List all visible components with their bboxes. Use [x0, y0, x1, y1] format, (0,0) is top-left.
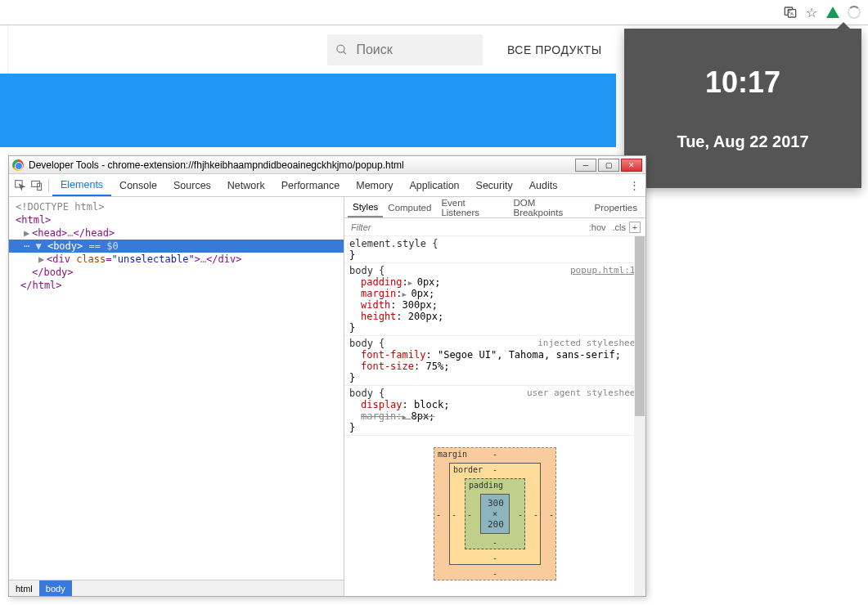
- scrollbar-thumb[interactable]: [635, 236, 645, 416]
- search-input[interactable]: [354, 42, 474, 58]
- tab-performance[interactable]: Performance: [273, 174, 349, 196]
- tab-security[interactable]: Security: [468, 174, 521, 196]
- popup-arrow: [837, 22, 850, 29]
- css-property[interactable]: font-family: "Segoe UI", Tahoma, sans-se…: [361, 349, 641, 361]
- drive-extension-icon[interactable]: [825, 5, 840, 20]
- tab-application[interactable]: Application: [401, 174, 467, 196]
- translate-icon[interactable]: 文A: [783, 5, 798, 20]
- search-box[interactable]: [327, 34, 483, 65]
- css-rule[interactable]: injected stylesheetbody {font-family: "S…: [344, 336, 645, 386]
- tab-audits[interactable]: Audits: [521, 174, 566, 196]
- box-model-content: 300 × 200: [480, 494, 510, 534]
- tab-memory[interactable]: Memory: [348, 174, 401, 196]
- clock-popup: 10:17 Tue, Aug 22 2017: [624, 29, 861, 188]
- rule-close: }: [349, 249, 641, 261]
- browser-toolbar: 文A ☆: [776, 0, 868, 25]
- device-toolbar-icon[interactable]: [29, 180, 45, 191]
- dom-div[interactable]: ▶<div class="unselectable">…</div>: [9, 253, 344, 266]
- svg-point-4: [337, 45, 344, 52]
- dom-html-open[interactable]: <html>: [9, 213, 344, 226]
- dom-html-close[interactable]: </html>: [9, 279, 344, 292]
- css-rule[interactable]: user agent stylesheetbody {display: bloc…: [344, 386, 645, 436]
- crumb-html[interactable]: html: [9, 580, 39, 596]
- scrollbar-track[interactable]: [634, 236, 645, 596]
- css-rule[interactable]: popup.html:19body {padding:▶ 0px;margin:…: [344, 263, 645, 336]
- tab-sources[interactable]: Sources: [165, 174, 219, 196]
- rule-meta: injected stylesheet: [537, 338, 641, 348]
- stab-dom-bp[interactable]: DOM Breakpoints: [508, 197, 589, 217]
- cls-toggle[interactable]: .cls: [613, 222, 627, 232]
- more-options-icon[interactable]: ⋮: [626, 179, 642, 191]
- source-link[interactable]: popup.html:19: [570, 265, 641, 276]
- css-property[interactable]: margin:▶ 0px;: [361, 288, 641, 299]
- css-property[interactable]: display: block;: [361, 399, 641, 410]
- rule-close: }: [349, 372, 641, 383]
- dom-head[interactable]: ▶<head>…</head>: [9, 226, 344, 240]
- css-property[interactable]: padding:▶ 0px;: [361, 276, 641, 288]
- svg-text:A: A: [790, 11, 794, 16]
- all-products-link[interactable]: ВСЕ ПРОДУКТЫ: [507, 43, 602, 56]
- css-property[interactable]: font-size: 75%;: [361, 361, 641, 372]
- stab-styles[interactable]: Styles: [348, 197, 383, 217]
- styles-filter-input[interactable]: [349, 222, 586, 233]
- clock-time: 10:17: [705, 65, 780, 100]
- dom-tree[interactable]: <!DOCTYPE html> <html> ▶<head>…</head> ⋯…: [9, 197, 344, 580]
- bookmark-star-icon[interactable]: ☆: [804, 5, 819, 20]
- css-property[interactable]: margin:▶ 8px;: [361, 410, 641, 422]
- tab-network[interactable]: Network: [219, 174, 273, 196]
- css-property[interactable]: width: 300px;: [361, 299, 641, 311]
- tab-console[interactable]: Console: [111, 174, 165, 196]
- svg-rect-7: [32, 181, 40, 186]
- rule-meta: user agent stylesheet: [527, 388, 641, 398]
- css-property[interactable]: height: 200px;: [361, 311, 641, 322]
- crumb-body[interactable]: body: [39, 580, 72, 596]
- extension-icon[interactable]: [847, 5, 861, 20]
- page-hero-banner: [0, 74, 616, 147]
- svg-line-5: [344, 51, 346, 53]
- css-rule[interactable]: element.style {}: [344, 236, 645, 263]
- box-model-diagram: margin----border----padding----300 × 200: [344, 436, 645, 592]
- styles-panel: Styles Computed Event Listeners DOM Brea…: [344, 197, 645, 596]
- elements-panel: <!DOCTYPE html> <html> ▶<head>…</head> ⋯…: [9, 197, 344, 596]
- devtools-tabs: Elements Console Sources Network Perform…: [9, 174, 645, 197]
- hov-toggle[interactable]: :hov: [589, 222, 606, 232]
- close-button[interactable]: ✕: [621, 159, 642, 172]
- dom-body-selected[interactable]: ⋯ ▼ <body> == $0: [9, 240, 344, 253]
- dom-breadcrumb: html body: [9, 580, 344, 596]
- clock-date: Tue, Aug 22 2017: [677, 132, 808, 151]
- styles-tabs: Styles Computed Event Listeners DOM Brea…: [344, 197, 645, 218]
- new-style-rule-icon[interactable]: +: [629, 222, 641, 233]
- maximize-button[interactable]: ▢: [598, 159, 619, 172]
- stab-properties[interactable]: Properties: [590, 197, 642, 217]
- window-title: Developer Tools - chrome-extension://fhj…: [29, 159, 575, 171]
- chrome-icon: [12, 159, 24, 171]
- rule-close: }: [349, 322, 641, 334]
- dom-doctype[interactable]: <!DOCTYPE html>: [9, 200, 344, 213]
- minimize-button[interactable]: ─: [575, 159, 596, 172]
- stab-events[interactable]: Event Listeners: [436, 197, 508, 217]
- search-icon: [335, 43, 348, 57]
- devtools-window: Developer Tools - chrome-extension://fhj…: [8, 155, 646, 597]
- inspect-element-icon[interactable]: [12, 180, 29, 191]
- styles-filter-row: :hov .cls +: [344, 218, 645, 236]
- page-left-edge: [0, 25, 8, 74]
- window-titlebar[interactable]: Developer Tools - chrome-extension://fhj…: [9, 156, 645, 174]
- stab-computed[interactable]: Computed: [383, 197, 436, 217]
- dom-body-close[interactable]: </body>: [9, 266, 344, 279]
- styles-rules[interactable]: element.style {}popup.html:19body {paddi…: [344, 236, 645, 596]
- rule-close: }: [349, 422, 641, 433]
- rule-selector[interactable]: element.style {: [349, 238, 641, 249]
- tab-elements[interactable]: Elements: [52, 174, 111, 196]
